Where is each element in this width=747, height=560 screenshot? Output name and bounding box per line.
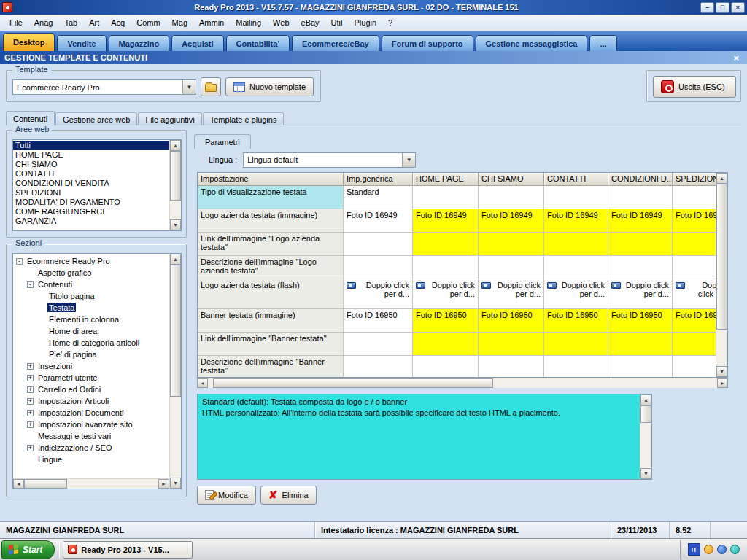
table-cell[interactable] — [479, 256, 544, 279]
scroll-left-icon[interactable]: ◄ — [13, 479, 24, 489]
expand-icon[interactable]: + — [27, 375, 34, 381]
scrollbar-track[interactable] — [716, 184, 727, 366]
tree-item-contenuti[interactable]: -Contenuti — [13, 279, 169, 290]
scroll-up-icon[interactable]: ▲ — [640, 394, 651, 405]
taskbar-app-button[interactable]: Ready Pro 2013 - V15... — [63, 541, 193, 559]
tab-vendite[interactable]: Vendite — [57, 35, 106, 51]
sezioni-hscrollbar[interactable]: ◄ ► — [13, 478, 169, 489]
table-cell[interactable]: Doppio click per d... — [608, 279, 673, 309]
scrollbar-track[interactable] — [170, 265, 181, 478]
expand-icon[interactable]: + — [27, 386, 34, 393]
column-header-condizioni-d[interactable]: CONDIZIONI D... — [608, 173, 673, 186]
scroll-down-icon[interactable]: ▼ — [170, 478, 181, 489]
scrollbar-track[interactable] — [170, 151, 181, 219]
table-cell[interactable]: Doppio click per d... — [479, 279, 544, 309]
menu-file[interactable]: File — [4, 16, 28, 29]
scrollbar-thumb[interactable] — [640, 405, 651, 423]
table-cell[interactable] — [673, 356, 716, 377]
maximize-button[interactable]: □ — [716, 2, 729, 13]
table-hscrollbar[interactable]: ◄ ► — [197, 378, 728, 388]
row-label-cell[interactable]: Logo azienda testata (immagine) — [198, 209, 344, 233]
tab-magazzino[interactable]: Magazzino — [109, 35, 170, 51]
collapse-icon[interactable]: - — [16, 258, 23, 265]
table-cell[interactable]: Foto ID 16950 — [544, 309, 608, 332]
row-label-cell[interactable]: Banner testata (immagine) — [198, 309, 344, 332]
menu-util[interactable]: Util — [325, 16, 349, 29]
table-cell[interactable]: Foto ID 16949 — [608, 209, 673, 233]
tree-item-impostazioni-documenti[interactable]: +Impostazioni Documenti — [13, 407, 169, 419]
menu-acq[interactable]: Acq — [105, 16, 131, 29]
table-cell[interactable] — [344, 356, 413, 377]
scrollbar-thumb[interactable] — [213, 378, 493, 388]
tree-item-lingue[interactable]: Lingue — [13, 454, 169, 465]
table-cell[interactable] — [544, 332, 608, 356]
table-cell[interactable] — [544, 256, 608, 279]
table-cell[interactable]: Foto ID 16950 — [608, 309, 673, 332]
scrollbar-thumb[interactable] — [24, 479, 67, 489]
aree-web-item-contatti[interactable]: CONTATTI — [13, 169, 169, 179]
expand-icon[interactable]: + — [27, 445, 34, 451]
scrollbar-track[interactable] — [640, 405, 651, 468]
table-cell[interactable] — [608, 256, 673, 279]
close-button[interactable]: × — [731, 2, 745, 13]
tree-item-impostazioni-avanzate-sito[interactable]: +Impostazioni avanzate sito — [13, 419, 169, 430]
menu-comm[interactable]: Comm — [131, 16, 166, 29]
tab-forum-di-supporto[interactable]: Forum di supporto — [382, 35, 473, 51]
table-cell[interactable] — [413, 256, 479, 279]
column-header-home-page[interactable]: HOME PAGE — [413, 173, 479, 186]
tree-item-indicizzazione-seo[interactable]: +Indicizzazione / SEO — [13, 442, 169, 454]
aree-web-item-tutti[interactable]: Tutti — [13, 141, 169, 150]
scroll-down-icon[interactable]: ▼ — [170, 219, 181, 230]
menu-ammin[interactable]: Ammin — [193, 16, 230, 29]
column-header-chi-siamo[interactable]: CHI SIAMO — [479, 173, 544, 186]
column-header-spedizioni[interactable]: SPEDIZIONI — [673, 173, 716, 186]
tree-item-messaggi-e-testi-vari[interactable]: Messaggi e testi vari — [13, 430, 169, 442]
sezioni-vscrollbar[interactable]: ▲ ▼ — [169, 254, 181, 489]
table-cell[interactable] — [544, 233, 608, 256]
table-cell[interactable]: Foto ID 16950 — [413, 309, 479, 332]
tree-item-ecommerce-ready-pro[interactable]: -Ecommerce Ready Pro — [13, 255, 169, 267]
table-cell[interactable] — [608, 186, 673, 209]
chevron-down-icon[interactable]: ▼ — [402, 153, 415, 167]
scrollbar-thumb[interactable] — [170, 151, 181, 201]
tray-icon-teal[interactable] — [730, 545, 740, 554]
lingua-combo[interactable]: Lingua default ▼ — [243, 152, 416, 168]
menu-mag[interactable]: Mag — [166, 16, 193, 29]
content-tab-template-e-plugins[interactable]: Template e plugins — [203, 112, 285, 125]
table-cell[interactable]: Doppio click per d... — [673, 279, 716, 309]
table-cell[interactable] — [673, 332, 716, 356]
tab-gestione-messaggistica[interactable]: Gestione messaggistica — [476, 35, 588, 51]
menu-mailing[interactable]: Mailing — [230, 16, 267, 29]
tree-item-impostazioni-articoli[interactable]: +Impostazioni Articoli — [13, 395, 169, 407]
table-cell[interactable] — [673, 256, 716, 279]
content-tab-gestione-aree-web[interactable]: Gestione aree web — [55, 112, 137, 125]
menu-plugin[interactable]: Plugin — [349, 16, 383, 29]
aree-web-item-modalita-di-pagamento[interactable]: MODALITA' DI PAGAMENTO — [13, 198, 169, 207]
tab-contabilita[interactable]: Contabilita' — [226, 35, 290, 51]
table-cell[interactable] — [544, 356, 608, 377]
scroll-down-icon[interactable]: ▼ — [716, 366, 727, 377]
scrollbar-thumb[interactable] — [170, 265, 181, 397]
tree-item-inserzioni[interactable]: +Inserzioni — [13, 360, 169, 372]
delete-button[interactable]: ✘ Elimina — [260, 486, 317, 505]
tab-desktop[interactable]: Desktop — [3, 33, 55, 51]
scroll-down-icon[interactable]: ▼ — [640, 468, 651, 479]
menu-anag[interactable]: Anag — [28, 16, 59, 29]
row-label-cell[interactable]: Tipo di visualizzazione testata — [198, 186, 344, 209]
table-cell[interactable]: Foto ID 16949 — [479, 209, 544, 233]
tab-ecommerce-ebay[interactable]: Ecommerce/eBay — [292, 35, 379, 51]
table-cell[interactable]: Doppio click per d... — [344, 279, 413, 309]
scroll-up-icon[interactable]: ▲ — [170, 140, 181, 151]
table-vscrollbar[interactable]: ▲ ▼ — [716, 173, 727, 377]
template-combo[interactable]: Ecommerce Ready Pro ▼ — [12, 79, 196, 95]
tray-icon-orange[interactable] — [704, 545, 713, 554]
content-tab-file-aggiuntivi[interactable]: File aggiuntivi — [138, 112, 201, 125]
table-cell[interactable] — [479, 186, 544, 209]
aree-web-scrollbar[interactable]: ▲ ▼ — [169, 140, 181, 230]
table-cell[interactable] — [479, 332, 544, 356]
open-folder-button[interactable] — [201, 77, 221, 96]
minimize-button[interactable]: – — [700, 2, 714, 13]
table-cell[interactable] — [479, 233, 544, 256]
scroll-up-icon[interactable]: ▲ — [716, 173, 727, 184]
table-cell[interactable]: Foto ID 16950 — [673, 309, 716, 332]
